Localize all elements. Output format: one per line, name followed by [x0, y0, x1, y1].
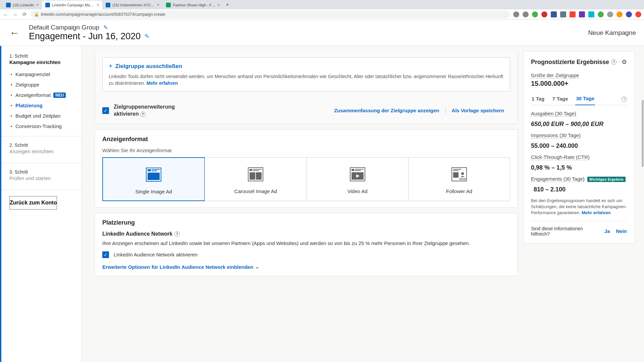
step-title: Kampagne einrichten — [1, 59, 82, 69]
feedback-no-button[interactable]: Nein — [616, 228, 627, 234]
engagements-value: 810 – 2.100 — [534, 186, 566, 193]
extension-icon[interactable] — [523, 11, 529, 17]
format-card: Anzeigenformat Wählen Sie Ihr Anzeigenfo… — [95, 129, 518, 207]
extension-icon[interactable] — [607, 11, 613, 17]
browser-tab[interactable]: (15) Unternehmen XYZ: Admin× — [102, 1, 163, 9]
sidebar-item-conversion[interactable]: Conversion-Tracking — [11, 121, 82, 131]
spend-label: Ausgaben (30 Tage) — [531, 111, 576, 117]
forecast-tabs: 1 Tag 7 Tage 30 Tage ? — [531, 94, 627, 105]
ctr-value: 0,98 % – 1,5 % — [531, 164, 572, 171]
audience-summary-link[interactable]: Zusammenfassung der Zielgruppe anzeigen — [328, 108, 445, 113]
sheets-icon — [166, 3, 171, 7]
extension-icon[interactable] — [579, 11, 585, 17]
browser-tab[interactable]: (15) LinkedIn× — [3, 1, 42, 9]
exclude-audience-link[interactable]: + Zielgruppe ausschließen — [109, 62, 504, 70]
content-column: + Zielgruppe ausschließen LinkedIn Tools… — [82, 46, 523, 362]
gear-icon[interactable]: ⚙ — [622, 58, 627, 66]
forecast-title: Prognostizierte Ergebnisse ? — [531, 59, 616, 66]
lan-checkbox[interactable]: ✓ — [102, 251, 109, 258]
campaign-name: Engagement - Jun 16, 2020 — [29, 31, 141, 42]
edit-campaign-icon[interactable]: ✎ — [145, 33, 149, 40]
expansion-checkbox[interactable]: ✓ — [102, 107, 109, 114]
sidebar-item-audience[interactable]: Zielgruppe — [11, 79, 82, 90]
audience-size-value: 15.000.000+ — [531, 80, 627, 87]
avatar-icon[interactable] — [626, 11, 632, 17]
key-result-badge: Wichtiges Ergebnis — [587, 177, 626, 182]
feedback-question: Sind diese Informationen hilfreich? — [531, 226, 585, 237]
svg-rect-7 — [253, 169, 262, 170]
new-campaign-label: Neue Kampagne — [588, 29, 636, 37]
feedback-row: Sind diese Informationen hilfreich? Ja N… — [531, 221, 627, 237]
extension-icon[interactable] — [532, 11, 538, 17]
impressions-value: 55.000 – 240.000 — [531, 142, 578, 149]
campaign-group-name: Default Campaign Group — [29, 24, 99, 31]
scrollbar-thumb[interactable] — [642, 100, 644, 167]
tab-30-days[interactable]: 30 Tage — [575, 94, 595, 105]
extension-icon[interactable] — [570, 11, 576, 17]
tab-7-days[interactable]: 7 Tage — [552, 94, 569, 105]
extension-icon[interactable] — [513, 11, 519, 17]
back-button[interactable]: ← — [3, 12, 9, 17]
new-tab-button[interactable]: + — [223, 2, 231, 8]
close-icon[interactable]: × — [36, 3, 39, 7]
format-option-carousel[interactable]: Carousel Image Ad — [205, 158, 306, 201]
learn-more-link[interactable]: Mehr erfahren — [147, 80, 178, 86]
spend-value: 650,00 EUR – 900,00 EUR — [531, 121, 603, 128]
help-icon[interactable]: ? — [622, 97, 627, 102]
save-template-link[interactable]: Als Vorlage speichern — [446, 108, 510, 113]
back-arrow[interactable]: ← — [5, 25, 24, 41]
close-icon[interactable]: × — [217, 3, 220, 7]
extension-icon[interactable] — [588, 11, 594, 17]
extension-icon[interactable] — [541, 11, 547, 17]
format-title: Anzeigenformat — [102, 136, 510, 143]
learn-more-link[interactable]: Mehr erfahren — [582, 210, 611, 215]
format-option-video[interactable]: Video Ad — [307, 158, 408, 201]
follower-ad-icon — [450, 166, 468, 183]
browser-tab[interactable]: Fashion Shoes High - Free ph× — [163, 1, 223, 9]
extension-icon[interactable] — [635, 11, 641, 17]
svg-point-21 — [461, 172, 464, 175]
disclaimer-text: LinkedIn Tools dürfen nicht verwendet we… — [109, 73, 504, 86]
extension-icon[interactable] — [551, 11, 557, 17]
sidebar-item-label: Conversion-Tracking — [15, 123, 62, 129]
format-option-follower[interactable]: Follower Ad — [408, 158, 510, 201]
sidebar-item-label: Kampagnenziel — [15, 71, 50, 77]
close-icon[interactable]: × — [157, 3, 159, 7]
format-option-single-image[interactable]: Single Image Ad — [102, 157, 205, 201]
sidebar-item-objective[interactable]: Kampagnenziel — [11, 69, 82, 79]
tab-1-day[interactable]: 1 Tag — [531, 94, 545, 105]
svg-rect-8 — [253, 170, 259, 171]
back-to-account-button[interactable]: Zurück zum Konto — [9, 196, 57, 209]
extension-icon[interactable] — [598, 11, 604, 17]
scrollbar[interactable] — [641, 19, 644, 362]
reload-button[interactable]: ⟳ — [21, 11, 28, 17]
extension-icon[interactable] — [616, 11, 623, 17]
svg-rect-3 — [152, 171, 157, 171]
plus-icon: + — [109, 62, 113, 70]
edit-group-icon[interactable]: ✎ — [103, 24, 108, 31]
svg-rect-6 — [250, 169, 252, 171]
format-label: Single Image Ad — [106, 189, 201, 194]
close-icon[interactable]: × — [97, 3, 99, 7]
address-row: ← → ⟳ 🔒 linkedin.com/campaignmanager/acc… — [0, 9, 644, 19]
url-text: linkedin.com/campaignmanager/account/508… — [41, 12, 165, 17]
step-title: Prüfen und starten — [1, 175, 82, 185]
extension-icon[interactable] — [560, 11, 566, 17]
sidebar-item-format[interactable]: AnzeigenformatNEU — [11, 90, 82, 100]
feedback-yes-button[interactable]: Ja — [604, 228, 610, 234]
sidebar-item-budget[interactable]: Budget und Zeitplan — [11, 111, 82, 121]
sidebar-item-placement[interactable]: Platzierung — [11, 100, 82, 111]
forward-button[interactable]: → — [12, 12, 18, 17]
address-bar[interactable]: 🔒 linkedin.com/campaignmanager/account/5… — [31, 10, 510, 18]
help-icon[interactable]: ? — [174, 231, 180, 237]
forecast-card: Prognostizierte Ergebnisse ? ⚙ Größe der… — [523, 51, 635, 244]
browser-tab[interactable]: LinkedIn Campaign Manager× — [42, 1, 102, 9]
extensions-toolbar — [513, 11, 641, 17]
linkedin-icon — [6, 3, 11, 7]
help-icon[interactable]: ? — [611, 59, 616, 65]
lan-expand-link[interactable]: Erweiterte Optionen für LinkedIn Audienc… — [102, 264, 510, 270]
format-subtitle: Wählen Sie Ihr Anzeigenformat — [102, 147, 510, 153]
help-icon[interactable]: ? — [140, 112, 146, 117]
audience-size-label: Größe der Zielgruppe — [531, 72, 579, 78]
carousel-ad-icon — [247, 166, 264, 183]
